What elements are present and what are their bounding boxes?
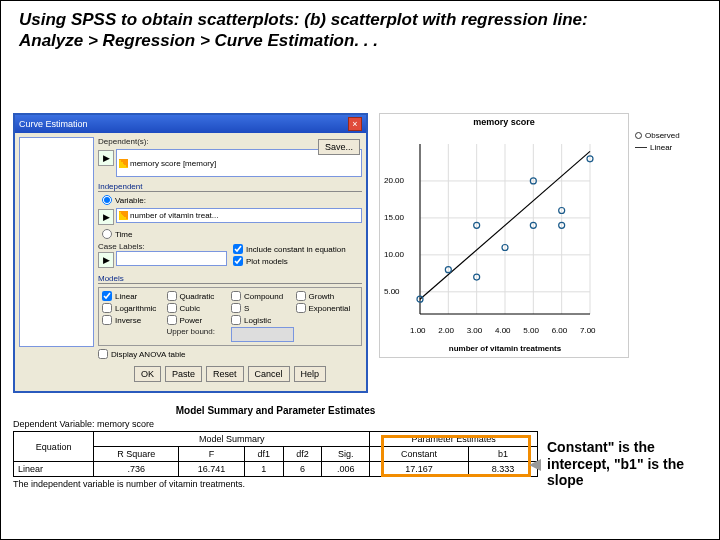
model-quadratic[interactable]: Quadratic xyxy=(167,291,230,301)
ind-value: number of vitamin treat... xyxy=(130,211,218,220)
x-tick: 1.00 xyxy=(410,326,426,335)
col-df2: df2 xyxy=(283,447,322,462)
x-tick: 7.00 xyxy=(580,326,596,335)
model-power[interactable]: Power xyxy=(167,315,230,325)
model-cubic[interactable]: Cubic xyxy=(167,303,230,313)
x-tick: 3.00 xyxy=(467,326,483,335)
paste-button[interactable]: Paste xyxy=(165,366,202,382)
x-tick: 4.00 xyxy=(495,326,511,335)
chart-legend: Observed Linear xyxy=(635,131,680,155)
dialog-buttons: OK Paste Reset Cancel Help xyxy=(98,366,362,382)
table-title: Model Summary and Parameter Estimates xyxy=(13,405,538,416)
scatterplot-chart: memory score number of vitamin treatment… xyxy=(379,113,629,358)
dependent-variable-label: Dependent Variable: memory score xyxy=(13,419,538,429)
model-logistic[interactable]: Logistic xyxy=(231,315,294,325)
upper-bound-field xyxy=(231,327,294,342)
circle-marker-icon xyxy=(635,132,642,139)
table-row: Linear .736 16.741 1 6 .006 17.167 8.333 xyxy=(14,462,538,477)
y-tick: 10.00 xyxy=(384,250,404,259)
independent-time-radio[interactable]: Time xyxy=(102,229,362,239)
slide-title: Using SPSS to obtain scatterplots: (b) s… xyxy=(1,1,719,60)
col-equation: Equation xyxy=(14,432,94,462)
case-labels-field[interactable] xyxy=(116,251,227,266)
upper-bound-label: Upper bound: xyxy=(167,327,230,342)
help-button[interactable]: Help xyxy=(294,366,327,382)
col-sig: Sig. xyxy=(322,447,370,462)
curve-estimation-dialog: Curve Estimation × Save... Dependent(s):… xyxy=(13,113,368,393)
variable-list[interactable] xyxy=(19,137,94,347)
dialog-title: Curve Estimation xyxy=(19,119,88,129)
save-button[interactable]: Save... xyxy=(318,139,360,155)
reset-button[interactable]: Reset xyxy=(206,366,244,382)
scale-icon xyxy=(119,159,128,168)
y-tick: 15.00 xyxy=(384,213,404,222)
model-growth[interactable]: Growth xyxy=(296,291,359,301)
display-anova-checkbox[interactable]: Display ANOVA table xyxy=(98,349,362,359)
model-s[interactable]: S xyxy=(231,303,294,313)
cancel-button[interactable]: Cancel xyxy=(248,366,290,382)
models-label: Models xyxy=(98,274,362,284)
independent-field[interactable]: number of vitamin treat... xyxy=(116,208,362,223)
col-b1: b1 xyxy=(468,447,537,462)
include-constant-checkbox[interactable]: Include constant in equation xyxy=(233,244,362,254)
x-tick: 2.00 xyxy=(438,326,454,335)
legend-linear: Linear xyxy=(635,143,680,152)
model-linear[interactable]: Linear xyxy=(102,291,165,301)
col-constant: Constant xyxy=(370,447,469,462)
move-right-icon[interactable]: ▶ xyxy=(98,252,114,268)
models-group: Linear Quadratic Compound Growth Logarit… xyxy=(98,287,362,346)
chart-title: memory score xyxy=(380,114,628,130)
model-exponential[interactable]: Exponential xyxy=(296,303,359,313)
callout-note: Constant" is the intercept, "b1" is the … xyxy=(541,419,709,509)
y-tick: 5.00 xyxy=(384,287,400,296)
move-right-icon[interactable]: ▶ xyxy=(98,150,114,166)
plot-models-checkbox[interactable]: Plot models xyxy=(233,256,362,266)
scale-icon xyxy=(119,211,128,220)
x-tick: 6.00 xyxy=(552,326,568,335)
move-right-icon[interactable]: ▶ xyxy=(98,209,114,225)
close-icon[interactable]: × xyxy=(348,117,362,131)
legend-observed: Observed xyxy=(635,131,680,140)
output-table: Model Summary and Parameter Estimates De… xyxy=(13,405,538,491)
x-axis-title: number of vitamin treatments xyxy=(380,344,630,353)
y-tick: 20.00 xyxy=(384,176,404,185)
col-rsquare: R Square xyxy=(94,447,179,462)
col-df1: df1 xyxy=(244,447,283,462)
group-param-estimates: Parameter Estimates xyxy=(370,432,538,447)
independent-variable-radio[interactable]: Variable: xyxy=(102,195,362,205)
ok-button[interactable]: OK xyxy=(134,366,161,382)
table-footer: The independent variable is number of vi… xyxy=(13,479,538,489)
x-tick: 5.00 xyxy=(523,326,539,335)
group-model-summary: Model Summary xyxy=(94,432,370,447)
col-f: F xyxy=(179,447,245,462)
model-inverse[interactable]: Inverse xyxy=(102,315,165,325)
plot-area xyxy=(410,134,600,324)
case-labels-label: Case Labels: xyxy=(98,242,227,251)
line-marker-icon xyxy=(635,147,647,148)
title-line1: Using SPSS to obtain scatterplots: (b) s… xyxy=(19,10,588,29)
model-compound[interactable]: Compound xyxy=(231,291,294,301)
independent-label: Independent xyxy=(98,182,362,192)
dialog-titlebar: Curve Estimation × xyxy=(15,115,366,133)
dep-value: memory score [memory] xyxy=(130,159,216,168)
results-table: Equation Model Summary Parameter Estimat… xyxy=(13,431,538,477)
title-line2: Analyze > Regression > Curve Estimation.… xyxy=(19,31,378,50)
model-logarithmic[interactable]: Logarithmic xyxy=(102,303,165,313)
